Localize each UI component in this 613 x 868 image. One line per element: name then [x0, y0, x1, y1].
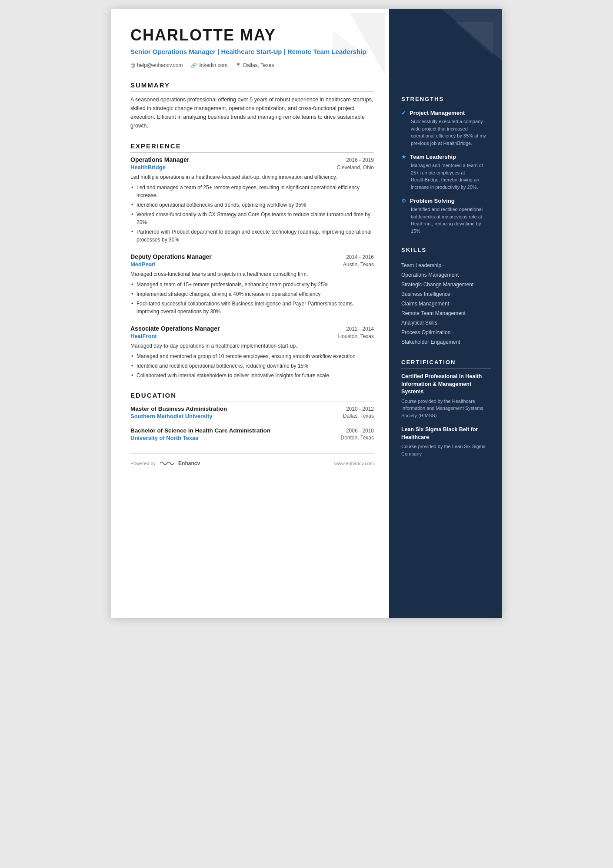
strength-desc-2: Managed and mentored a team of 25+ remot…: [401, 162, 491, 191]
exp-bullets-3: Managed and mentored a group of 10 remot…: [130, 352, 374, 379]
location-icon: 📍: [235, 63, 241, 68]
skill-dot: ·: [443, 262, 444, 268]
skill-dot: ·: [452, 291, 453, 297]
exp-company-3: HealFront: [130, 333, 157, 339]
edu-school-1: Southern Methodist University: [130, 413, 213, 419]
skill-item-8: Stakeholder Engagement: [401, 337, 491, 347]
strength-title-3: Problem Solving: [410, 198, 455, 204]
skill-item-2: Strategic Change Management ·: [401, 280, 491, 289]
experience-item-1: Operations Manager 2016 - 2019 HealthBri…: [130, 156, 374, 244]
strength-desc-3: Identified and rectified operational bot…: [401, 206, 491, 235]
edu-subheader-2: University of North Texas Denton, Texas: [130, 435, 374, 441]
exp-company-2: MedPearl: [130, 261, 156, 268]
star-icon: ★: [401, 154, 406, 160]
skill-item-7: Process Optimization ·: [401, 328, 491, 337]
bullet-item: Implemented strategic changes, driving a…: [130, 290, 374, 298]
right-column: STRENGTHS ✔ Project Management Successfu…: [389, 9, 502, 618]
linkedin-icon: 🔗: [191, 63, 197, 68]
email-icon: @: [130, 63, 135, 68]
gear-icon: ⚙: [401, 198, 406, 204]
bullet-item: Led and managed a team of 25+ remote emp…: [130, 184, 374, 199]
exp-company-1: HealthBridge: [130, 164, 166, 171]
exp-bullets-2: Managed a team of 15+ remote professiona…: [130, 281, 374, 315]
exp-subheader-1: HealthBridge Cleveland, Ohio: [130, 164, 374, 171]
contact-email: @ help@enhancv.com: [130, 62, 183, 68]
exp-title-1: Operations Manager: [130, 156, 189, 163]
checkmark-icon: ✔: [401, 110, 406, 116]
bullet-item: Worked cross-functionally with CX Strate…: [130, 211, 374, 226]
skill-item-3: Business Intelligence ·: [401, 289, 491, 299]
skill-dot: ·: [460, 272, 462, 278]
exp-dates-3: 2012 - 2014: [346, 326, 374, 332]
cert-item-1: Certified Professional in Health Informa…: [401, 373, 491, 419]
exp-dates-1: 2016 - 2019: [346, 157, 374, 163]
skill-item-0: Team Leadership ·: [401, 261, 491, 270]
skill-item-4: Claims Management ·: [401, 299, 491, 308]
strength-header-1: ✔ Project Management: [401, 110, 491, 116]
skill-dot: ·: [439, 320, 440, 326]
skill-dot: ·: [475, 282, 476, 288]
cert-desc-1: Course provided by the Healthcare Inform…: [401, 398, 491, 419]
experience-item-3: Associate Operations Manager 2012 - 2014…: [130, 325, 374, 379]
skill-dot: ·: [467, 310, 469, 316]
candidate-name: CHARLOTTE MAY: [130, 26, 374, 44]
exp-header-1: Operations Manager 2016 - 2019: [130, 156, 374, 163]
exp-location-3: Houston, Texas: [338, 333, 374, 339]
strength-header-3: ⚙ Problem Solving: [401, 198, 491, 204]
strengths-section: STRENGTHS ✔ Project Management Successfu…: [401, 96, 491, 235]
education-item-1: Master of Business Administration 2010 -…: [130, 406, 374, 419]
experience-section: EXPERIENCE Operations Manager 2016 - 201…: [130, 142, 374, 379]
exp-desc-2: Managed cross-functional teams and proje…: [130, 270, 374, 278]
strength-item-1: ✔ Project Management Successfully execut…: [401, 110, 491, 147]
footer-website: www.enhancv.com: [334, 461, 374, 466]
contact-location: 📍 Dallas, Texas: [235, 62, 274, 68]
enhancv-logo-icon: [158, 460, 176, 467]
cert-item-2: Lean Six Sigma Black Belt for Healthcare…: [401, 426, 491, 457]
strength-header-2: ★ Team Leadership: [401, 154, 491, 160]
footer-logo: Powered by Enhancv: [130, 460, 200, 467]
right-col-decoration: [389, 9, 502, 87]
cert-title-1: Certified Professional in Health Informa…: [401, 373, 491, 396]
powered-by-text: Powered by: [130, 461, 156, 466]
strength-item-3: ⚙ Problem Solving Identified and rectifi…: [401, 198, 491, 235]
skill-item-6: Analytical Skills ·: [401, 318, 491, 328]
edu-degree-2: Bachelor of Science in Health Care Admin…: [130, 427, 342, 434]
skills-title: SKILLS: [401, 247, 491, 256]
triangle-decoration-2: [454, 22, 493, 57]
bullet-item: Facilitated successful collaborations wi…: [130, 300, 374, 315]
cert-title-2: Lean Six Sigma Black Belt for Healthcare: [401, 426, 491, 441]
exp-desc-3: Managed day-to-day operations in a healt…: [130, 342, 374, 350]
skill-dot: ·: [452, 329, 453, 335]
strength-title-2: Team Leadership: [410, 154, 456, 160]
edu-subheader-1: Southern Methodist University Dallas, Te…: [130, 413, 374, 419]
experience-item-2: Deputy Operations Manager 2014 - 2016 Me…: [130, 253, 374, 315]
experience-title: EXPERIENCE: [130, 142, 374, 153]
education-section: EDUCATION Master of Business Administrat…: [130, 392, 374, 441]
exp-title-3: Associate Operations Manager: [130, 325, 220, 332]
education-item-2: Bachelor of Science in Health Care Admin…: [130, 427, 374, 441]
edu-degree-1: Master of Business Administration: [130, 406, 342, 412]
footer: Powered by Enhancv www.enhancv.com: [130, 453, 374, 467]
strength-title-1: Project Management: [410, 110, 465, 116]
exp-location-2: Austin, Texas: [343, 261, 374, 268]
edu-header-1: Master of Business Administration 2010 -…: [130, 406, 374, 412]
certification-section: CERTIFICATION Certified Professional in …: [401, 359, 491, 457]
exp-location-1: Cleveland, Ohio: [337, 164, 374, 171]
certification-title: CERTIFICATION: [401, 359, 491, 369]
bullet-item: Identified and rectified operational bot…: [130, 362, 374, 370]
strengths-title: STRENGTHS: [401, 96, 491, 105]
education-title: EDUCATION: [130, 392, 374, 402]
edu-dates-1: 2010 - 2012: [346, 406, 374, 412]
edu-header-2: Bachelor of Science in Health Care Admin…: [130, 427, 374, 434]
edu-location-1: Dallas, Texas: [343, 413, 374, 419]
exp-subheader-3: HealFront Houston, Texas: [130, 333, 374, 339]
edu-location-2: Denton, Texas: [341, 435, 374, 441]
contact-linkedin: 🔗 linkedin.com: [191, 62, 228, 68]
bullet-item: Partnered with Product department to des…: [130, 228, 374, 244]
edu-dates-2: 2006 - 2010: [346, 428, 374, 434]
skill-item-5: Remote Team Management ·: [401, 308, 491, 318]
cert-desc-2: Course provided by the Lean Six Sigma Co…: [401, 443, 491, 457]
bullet-item: Collaborated with internal stakeholders …: [130, 372, 374, 379]
enhancv-brand-text: Enhancv: [178, 460, 200, 466]
resume-page: CHARLOTTE MAY Senior Operations Manager …: [111, 9, 502, 618]
